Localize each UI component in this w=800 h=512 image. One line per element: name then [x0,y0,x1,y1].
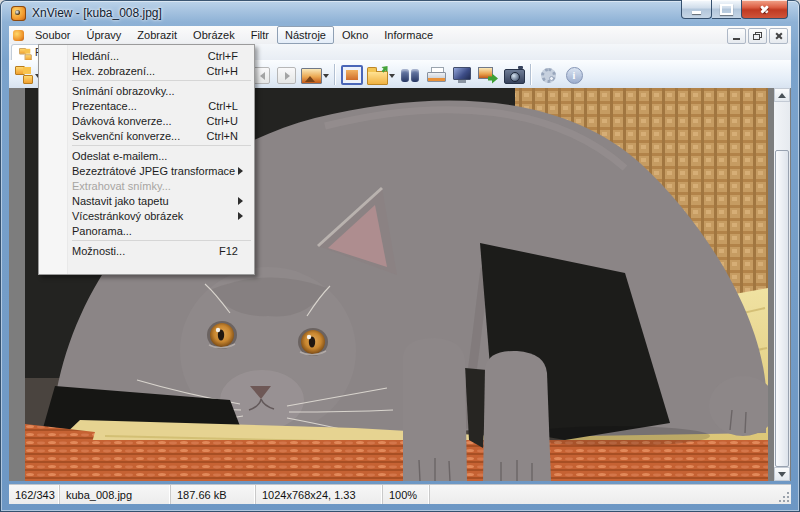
maximize-button[interactable] [712,0,741,19]
status-field-1: kuba_008.jpg [60,485,171,504]
menu-item-odeslat-e-mailem[interactable]: Odeslat e-mailem... [39,148,254,163]
submenu-arrow-icon [238,167,247,175]
browser-icon [14,65,34,84]
print-icon [427,67,446,84]
dropdown-caret-icon [389,74,395,81]
capture-icon [504,69,525,84]
resize-grip[interactable] [777,490,789,502]
scroll-down-button[interactable] [774,467,790,481]
next-page-icon [277,67,296,84]
mdi-restore-icon [753,32,762,40]
menubar: SouborÚpravyZobrazitObrázekFiltrNástroje… [9,26,791,44]
status-field-2: 187.66 kB [171,485,256,504]
close-button[interactable] [741,0,788,19]
menu-item-bezeztratove-jpeg-transformace[interactable]: Bezeztrátové JPEG transformace [39,163,254,178]
slideshow-button[interactable] [299,62,331,86]
menubar-item-upravy[interactable]: Úpravy [78,26,129,44]
status-field-4: 100% [383,485,430,504]
menu-item-davkova-konverze[interactable]: Dávková konverze...Ctrl+U [39,113,254,128]
mdi-close-icon [775,32,783,40]
toolbar-separator [530,64,532,85]
open-icon [367,71,388,85]
statusbar: 162/343kuba_008.jpg187.66 kB1024x768x24,… [9,484,791,504]
fullscreen-icon [341,65,363,85]
menubar-item-informace[interactable]: Informace [376,26,441,44]
print-button[interactable] [423,62,449,86]
mdi-minimize-icon [733,38,740,40]
menubar-item-filtr[interactable]: Filtr [243,26,277,44]
menubar-item-zobrazit[interactable]: Zobrazit [129,26,185,44]
titlebar[interactable]: XnView - [kuba_008.jpg] [0,0,800,26]
menu-item-panorama[interactable]: Panorama... [39,223,254,238]
capture-button[interactable] [501,62,527,86]
vertical-scrollbar[interactable] [774,88,790,481]
caption-buttons [681,0,788,19]
menu-item-nastavit-jako-tapetu[interactable]: Nastavit jako tapetu [39,193,254,208]
window-title: XnView - [kuba_008.jpg] [32,6,162,20]
menu-shortcut: Ctrl+F [208,50,238,62]
minimize-button[interactable] [681,0,712,19]
browser-tree-icon [18,47,29,58]
mdi-restore-button[interactable] [748,28,767,44]
menu-separator [72,80,251,81]
fullscreen-button[interactable] [339,62,365,86]
xnview-logo-icon [11,6,26,21]
status-field-0: 162/343 [9,485,60,504]
scroll-up-button[interactable] [774,88,790,102]
settings-icon [541,68,556,83]
menu-shortcut: F12 [219,245,238,257]
mdi-window-buttons [727,28,788,44]
convert-button[interactable] [475,62,501,86]
status-field-3: 1024x768x24, 1.33 [256,485,383,504]
close-icon [759,4,770,15]
menubar-item-nastroje[interactable]: Nástroje [277,26,334,44]
submenu-arrow-icon [238,197,247,205]
next-page-button [273,62,299,86]
menubar-item-soubor[interactable]: Soubor [27,26,78,44]
toolbar-separator [334,64,336,85]
minimize-icon [692,11,701,14]
display-button[interactable] [449,62,475,86]
menu-item-snimani-obrazovky[interactable]: Snímání obrazovky... [39,83,254,98]
scrollbar-thumb[interactable] [775,150,789,467]
tools-menu-popup: Hledání...Ctrl+FHex. zobrazení...Ctrl+HS… [38,44,255,275]
menu-separator [72,240,251,241]
settings-button[interactable] [535,62,561,86]
xnview-window: XnView - [kuba_008.jpg] SouborÚpravyZobr… [0,0,800,512]
mdi-minimize-button[interactable] [727,28,746,44]
menubar-item-obrazek[interactable]: Obrázek [185,26,243,44]
slideshow-icon [301,68,322,84]
about-button[interactable] [561,62,587,86]
mdi-document-icon [13,30,24,41]
scroll-down-arrow-icon [778,472,786,481]
menu-item-hex-zobrazeni[interactable]: Hex. zobrazení...Ctrl+H [39,63,254,78]
about-icon [566,67,583,84]
menu-item-vicestrankovy-obrazek[interactable]: Vícestránkový obrázek [39,208,254,223]
scroll-up-arrow-icon [778,89,786,98]
search-button[interactable] [397,62,423,86]
open-button[interactable] [365,62,397,86]
search-icon [400,68,420,83]
menu-shortcut: Ctrl+U [207,115,238,127]
menu-separator [72,145,251,146]
mdi-close-button[interactable] [769,28,788,44]
menu-item-sekvencni-konverze[interactable]: Sekvenční konverze...Ctrl+N [39,128,254,143]
dropdown-caret-icon [323,74,329,81]
menubar-item-okno[interactable]: Okno [334,26,376,44]
menu-item-prezentace[interactable]: Prezentace...Ctrl+L [39,98,254,113]
menu-item-extrahovat-snimky: Extrahovat snímky... [39,178,254,193]
maximize-icon [720,4,733,15]
menu-item-moznosti[interactable]: Možnosti...F12 [39,243,254,258]
display-icon [453,67,471,83]
menu-item-hledani[interactable]: Hledání...Ctrl+F [39,48,254,63]
convert-icon [478,67,498,84]
menu-shortcut: Ctrl+H [207,65,238,77]
menu-shortcut: Ctrl+L [208,100,238,112]
submenu-arrow-icon [238,212,247,220]
menu-shortcut: Ctrl+N [207,130,238,142]
